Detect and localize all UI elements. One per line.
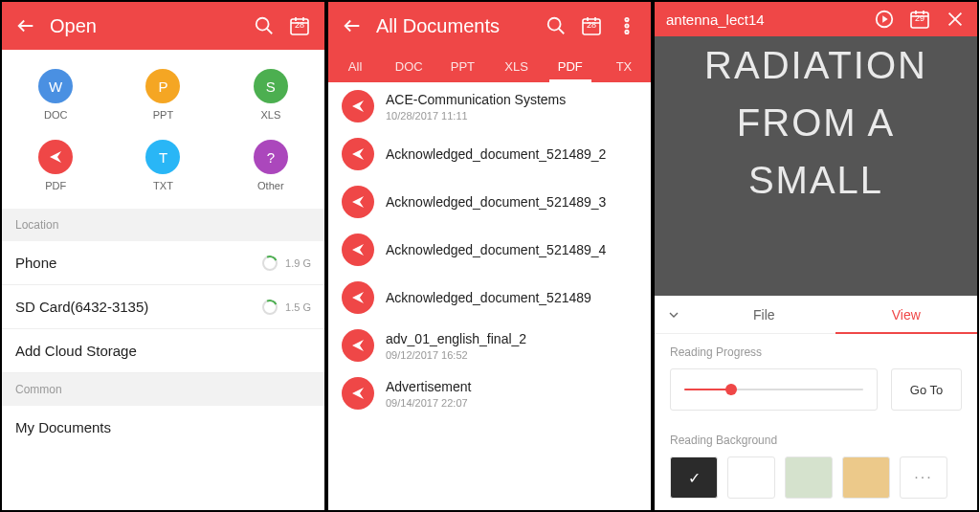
document-row[interactable]: adv_01_english_final_209/12/2017 16:52 xyxy=(328,322,651,369)
type-txt[interactable]: TTXT xyxy=(109,134,216,205)
svg-point-2 xyxy=(548,18,561,31)
bg-swatch-tan[interactable] xyxy=(842,456,890,499)
collapse-icon[interactable] xyxy=(655,296,693,333)
search-icon[interactable] xyxy=(254,15,275,36)
type-label: PPT xyxy=(153,109,173,121)
type-icon: ? xyxy=(254,140,288,174)
section-common: Common xyxy=(2,373,324,406)
sheet-tabs: File View xyxy=(655,296,977,334)
header: All Documents 28 xyxy=(328,2,651,50)
pdf-icon xyxy=(342,138,374,170)
filter-tab-doc[interactable]: DOC xyxy=(382,50,435,82)
storage-size: 1.9 G xyxy=(285,257,311,269)
location-phone[interactable]: Phone 1.9 G xyxy=(2,241,324,285)
header: antenna_lect14 29 xyxy=(655,2,977,36)
type-label: DOC xyxy=(44,109,67,121)
tab-view[interactable]: View xyxy=(835,296,978,333)
add-cloud-storage[interactable]: Add Cloud Storage xyxy=(2,329,324,373)
reading-background-section: Reading Background ✓··· xyxy=(655,422,977,510)
location-label: SD Card(6432-3135) xyxy=(15,299,262,315)
document-title: antenna_lect14 xyxy=(666,11,860,28)
section-location: Location xyxy=(2,209,324,241)
close-icon[interactable] xyxy=(945,9,966,30)
more-icon[interactable] xyxy=(616,15,637,36)
type-doc[interactable]: WDOC xyxy=(2,63,109,134)
progress-slider[interactable] xyxy=(670,368,878,411)
type-label: XLS xyxy=(260,109,280,121)
bg-swatch-dark[interactable]: ✓ xyxy=(670,456,718,499)
document-name: Advertisement xyxy=(386,378,637,395)
pdf-icon xyxy=(342,329,374,362)
panel-open: Open 28 WDOCPPPTSXLSPDFTTXT?Other Locati… xyxy=(0,0,326,512)
document-meta: 09/12/2017 16:52 xyxy=(386,349,637,361)
pdf-icon xyxy=(342,186,374,218)
filter-tabs: AllDOCPPTXLSPDFTX xyxy=(328,50,651,82)
bg-swatch-white[interactable] xyxy=(727,456,775,499)
document-list: ACE-Communication Systems10/28/2017 11:1… xyxy=(328,82,651,510)
document-row[interactable]: Acknowledged_document_521489 xyxy=(328,274,651,322)
document-row[interactable]: Acknowledged_document_521489_2 xyxy=(328,130,651,178)
document-meta: 10/28/2017 11:11 xyxy=(386,110,637,122)
type-label: PDF xyxy=(45,180,66,191)
calendar-icon[interactable]: 29 xyxy=(908,8,931,31)
calendar-icon[interactable]: 28 xyxy=(288,14,311,37)
svg-point-6 xyxy=(625,31,628,33)
bg-swatch-more[interactable]: ··· xyxy=(900,456,947,499)
my-documents[interactable]: My Documents xyxy=(2,406,324,449)
file-type-grid: WDOCPPPTSXLSPDFTTXT?Other xyxy=(2,50,324,209)
bg-swatch-sage[interactable] xyxy=(785,456,833,499)
bottom-sheet: File View Reading Progress Go To Reading… xyxy=(655,296,977,510)
pdf-icon xyxy=(342,281,374,314)
svg-point-0 xyxy=(256,18,269,31)
filter-tab-ppt[interactable]: PPT xyxy=(435,50,489,82)
back-icon[interactable] xyxy=(15,15,36,36)
document-row[interactable]: ACE-Communication Systems10/28/2017 11:1… xyxy=(328,82,651,130)
filter-tab-all[interactable]: All xyxy=(328,50,382,82)
type-pdf[interactable]: PDF xyxy=(2,134,109,205)
pdf-icon xyxy=(342,377,374,410)
document-meta: 09/14/2017 22:07 xyxy=(386,397,637,409)
header-title: Open xyxy=(50,15,240,37)
storage-pie-icon xyxy=(262,256,278,271)
type-icon: T xyxy=(145,140,180,174)
document-name: Acknowledged_document_521489_2 xyxy=(386,145,637,163)
panel-all-documents: All Documents 28 AllDOCPPTXLSPDFTX ACE-C… xyxy=(326,0,653,512)
location-sdcard[interactable]: SD Card(6432-3135) 1.5 G xyxy=(2,285,324,329)
document-row[interactable]: Advertisement09/14/2017 22:07 xyxy=(328,369,651,417)
search-icon[interactable] xyxy=(546,15,567,36)
type-icon: S xyxy=(254,69,288,103)
document-name: Acknowledged_document_521489_3 xyxy=(386,193,637,211)
filter-tab-xls[interactable]: XLS xyxy=(490,50,544,82)
goto-button[interactable]: Go To xyxy=(891,368,962,411)
calendar-icon[interactable]: 28 xyxy=(580,14,603,37)
storage-size: 1.5 G xyxy=(285,301,311,313)
play-icon[interactable] xyxy=(874,9,895,30)
document-name: Acknowledged_document_521489 xyxy=(386,289,637,306)
storage-pie-icon xyxy=(262,300,278,315)
reading-progress-section: Reading Progress Go To xyxy=(655,334,977,422)
filter-tab-tx[interactable]: TX xyxy=(597,50,651,82)
background-swatches: ✓··· xyxy=(670,456,962,499)
type-other[interactable]: ?Other xyxy=(217,134,324,205)
type-label: TXT xyxy=(153,180,173,191)
document-name: ACE-Communication Systems xyxy=(386,91,637,108)
type-label: Other xyxy=(257,180,284,191)
document-content[interactable]: RADIATION FROM A SMALL xyxy=(655,36,977,296)
document-name: Acknowledged_document_521489_4 xyxy=(386,241,637,258)
svg-point-4 xyxy=(625,18,628,21)
filter-tab-pdf[interactable]: PDF xyxy=(544,50,597,82)
type-ppt[interactable]: PPPT xyxy=(109,63,216,134)
pdf-icon xyxy=(342,90,374,122)
pdf-icon xyxy=(342,234,374,266)
document-row[interactable]: Acknowledged_document_521489_3 xyxy=(328,178,651,226)
back-icon[interactable] xyxy=(342,15,363,36)
header-title: All Documents xyxy=(376,15,532,37)
document-name: adv_01_english_final_2 xyxy=(386,330,637,347)
document-row[interactable]: Acknowledged_document_521489_4 xyxy=(328,226,651,274)
panel-viewer: antenna_lect14 29 RADIATION FROM A SMALL… xyxy=(653,0,979,512)
type-xls[interactable]: SXLS xyxy=(217,63,324,134)
type-icon: W xyxy=(38,69,73,103)
tab-file[interactable]: File xyxy=(693,296,835,333)
type-icon xyxy=(38,140,73,174)
location-label: Phone xyxy=(15,255,262,271)
